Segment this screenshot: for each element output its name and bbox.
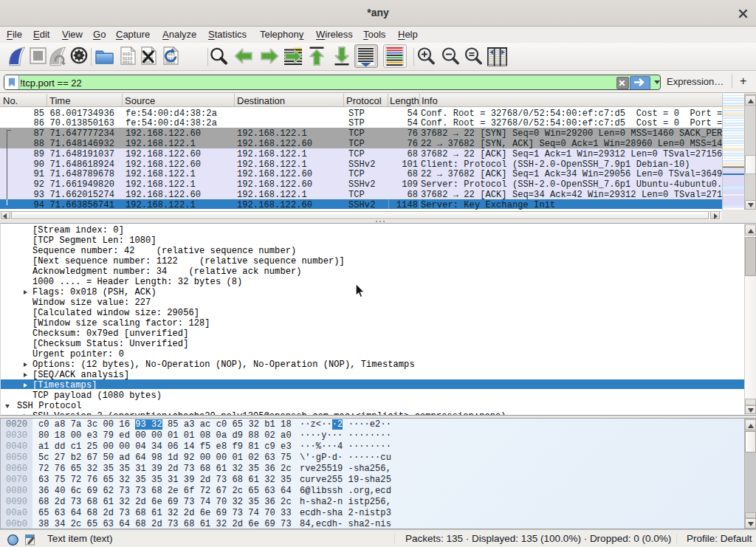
svg-text:0011: 0011 (123, 60, 133, 65)
